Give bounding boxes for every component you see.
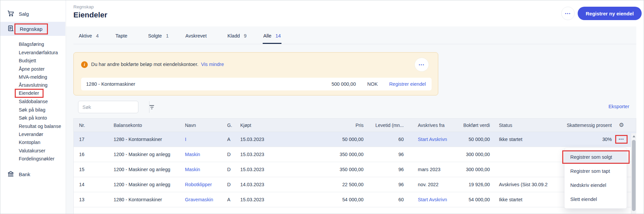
tab-tapte[interactable]: Tapte — [115, 29, 132, 44]
cell-nr: 16 — [74, 152, 114, 157]
tab-solgte[interactable]: Solgte 1 — [147, 29, 169, 44]
show-less-link[interactable]: Vis mindre — [201, 62, 224, 67]
sidebar-subitem-saldobalanse[interactable]: Saldobalanse — [19, 97, 61, 105]
menu-item-registrer-som-solgt[interactable]: Registrer som solgt — [565, 150, 627, 164]
annotation-box: Regnskap — [14, 23, 48, 34]
sidebar-item-bank[interactable]: Bank — [0, 167, 65, 181]
cell-kjopt: 15.03.2023 — [240, 152, 291, 157]
tab-avskrevet[interactable]: Avskrevet — [185, 29, 211, 44]
menu-item-nedskriv-eiendel[interactable]: Nedskriv eiendel — [565, 178, 627, 192]
page-more-actions-button[interactable]: ••• — [561, 7, 575, 20]
cell-balansekonto: 1280 - Kontormaskiner — [114, 137, 185, 142]
asset-name-link[interactable]: Gravemaskin — [185, 197, 213, 202]
cell-balansekonto: 1280 - Kontormaskiner — [114, 197, 185, 202]
info-circle-icon: i — [81, 61, 88, 68]
cell-skattemessig-prosent: 30% — [554, 137, 612, 142]
sidebar-subitem-s-k-p-konto[interactable]: Søk på konto — [19, 114, 61, 122]
gear-icon[interactable]: ⚙ — [619, 122, 624, 128]
table-scrollbar[interactable] — [631, 133, 636, 214]
tab-kladd[interactable]: Kladd 9 — [227, 29, 247, 44]
column-header: Kjøpt — [240, 123, 291, 128]
cell-status: Ikke startet — [490, 137, 554, 142]
sidebar-subitem-eiendeler[interactable]: Eiendeler — [19, 89, 61, 97]
cell-avskrives-fra: Start Avskrivn — [409, 137, 460, 142]
sidebar-subitem-bilagsf-ring[interactable]: Bilagsføring — [19, 40, 61, 48]
export-link[interactable]: Eksporter — [599, 104, 629, 109]
sidebar-subitem-label: Leverandørfaktura — [19, 50, 58, 55]
cell-kjopt: 14.03.2023 — [240, 182, 291, 187]
banner-text: Du har andre bokførte beløp mot eiendels… — [91, 62, 198, 67]
sidebar-subitem-valutakurser[interactable]: Valutakurser — [19, 147, 61, 155]
tab-aktive[interactable]: Aktive 4 — [78, 29, 100, 44]
app-window: Salg Regnskap BilagsføringLeverandørfakt… — [0, 0, 644, 214]
column-header: Bokført verdi — [460, 123, 490, 128]
account-label: 1280 - Kontormaskiner — [86, 81, 331, 87]
sidebar-subitem-kontoplan[interactable]: Kontoplan — [19, 138, 61, 146]
banner-more-actions-button[interactable]: ••• — [414, 58, 429, 72]
cell-levetid: 96 — [364, 182, 409, 187]
cell-bokfort-verdi: 50 000,00 — [460, 137, 490, 142]
cell-bokfort-verdi: 54 000,00 — [460, 197, 490, 202]
sidebar-subitem-label: Saldobalanse — [19, 99, 48, 104]
cell-levetid: 60 — [364, 197, 409, 202]
sidebar-subitem-leverand-r[interactable]: Leverandør — [19, 130, 61, 138]
banner-account-row: 1280 - Kontormaskiner 500 000,00 NOK Reg… — [81, 78, 432, 90]
table-row[interactable]: 13 1280 - Kontormaskiner Gravemaskin A 1… — [74, 192, 636, 207]
sidebar-subitem--rsavslutning[interactable]: Årsavslutning — [19, 81, 61, 89]
sidebar-subitem-fordelingsn-kler[interactable]: Fordelingsnøkler — [19, 155, 61, 163]
table-row[interactable]: 14 1200 - Maskiner og anlegg Robotklippe… — [74, 177, 636, 192]
cell-g: D — [227, 152, 240, 157]
cell-kjopt: 15.03.2023 — [240, 167, 291, 172]
cell-avskrives-fra: mars 2023 — [409, 167, 460, 172]
account-amount: 500 000,00 — [331, 81, 356, 87]
table-header-row: Nr.BalansekontoNavnG.KjøptPrisLevetid (m… — [74, 119, 636, 132]
register-asset-link[interactable]: Registrer eiendel — [389, 81, 426, 87]
cell-kjopt: 15.03.2023 — [240, 197, 291, 202]
cell-levetid: 60 — [364, 137, 409, 142]
register-new-asset-button[interactable]: Registrer ny eiendel — [578, 7, 642, 20]
tab-label: Solgte — [148, 33, 162, 39]
sidebar-item-salg[interactable]: Salg — [0, 8, 65, 20]
asset-name-link[interactable]: Maskin — [185, 152, 200, 157]
ledger-icon — [7, 25, 14, 33]
column-header: Pris — [291, 123, 364, 128]
sidebar-subitem-resultat-og-balanse[interactable]: Resultat og balanse — [19, 122, 61, 130]
column-header: Status — [490, 123, 554, 128]
cell-kjopt: 15.03.2023 — [240, 137, 291, 142]
cell-pris: 54 000,00 — [291, 197, 364, 202]
context-menu-item-label: Registrer som tapt — [570, 168, 610, 174]
table-row[interactable]: 17 1280 - Kontormaskiner I A 15.03.2023 … — [74, 132, 636, 147]
breadcrumb[interactable]: Regnskap — [73, 4, 94, 9]
tab-count-badge: 1 — [166, 33, 169, 39]
tab-label: Aktive — [79, 33, 92, 39]
sidebar-subitem-budsjett[interactable]: Budsjett — [19, 57, 61, 65]
sidebar-subitem-label: Søk på konto — [19, 115, 47, 121]
start-depreciation-link[interactable]: Start Avskrivn — [418, 197, 447, 202]
cell-avskrives-fra: Start Avskrivn — [409, 197, 460, 202]
context-menu-item-label: Nedskriv eiendel — [570, 183, 606, 188]
sidebar-subitem-s-k-p-bilag[interactable]: Søk på bilag — [19, 106, 61, 114]
menu-item-registrer-som-tapt[interactable]: Registrer som tapt — [565, 164, 627, 178]
search-box — [78, 101, 138, 113]
search-input[interactable] — [78, 101, 149, 113]
sidebar-subitem-leverand-rfaktura[interactable]: Leverandørfaktura — [19, 48, 61, 56]
asset-name-link[interactable]: Maskin — [185, 167, 200, 172]
tab-alle[interactable]: Alle 14 — [263, 29, 281, 44]
filter-button[interactable] — [149, 101, 154, 113]
cell-bokfort-verdi: 300 000,00 — [460, 152, 490, 157]
column-header: Nr. — [74, 123, 114, 128]
table-row[interactable]: 15 1200 - Maskiner og anlegg Maskin D 15… — [74, 162, 636, 177]
row-actions-button[interactable]: ••• — [615, 135, 627, 143]
triangle-up-icon[interactable] — [633, 135, 635, 137]
menu-item-slett-eiendel[interactable]: Slett eiendel — [565, 192, 627, 206]
asset-name-link[interactable]: I — [185, 137, 186, 142]
sidebar-item-regnskap[interactable]: Regnskap — [0, 22, 65, 36]
assets-table: Nr.BalansekontoNavnG.KjøptPrisLevetid (m… — [73, 118, 636, 214]
sidebar-subitem-mva-melding[interactable]: MVA-melding — [19, 73, 61, 81]
start-depreciation-link[interactable]: Start Avskrivn — [418, 137, 447, 142]
table-row[interactable]: 16 1200 - Maskiner og anlegg Maskin D 15… — [74, 147, 636, 162]
cell-g: A — [227, 197, 240, 202]
sidebar-subitem--pne-poster[interactable]: Åpne poster — [19, 65, 61, 73]
scrollbar-thumb[interactable] — [632, 140, 636, 211]
asset-name-link[interactable]: Robotklipper — [185, 182, 212, 187]
